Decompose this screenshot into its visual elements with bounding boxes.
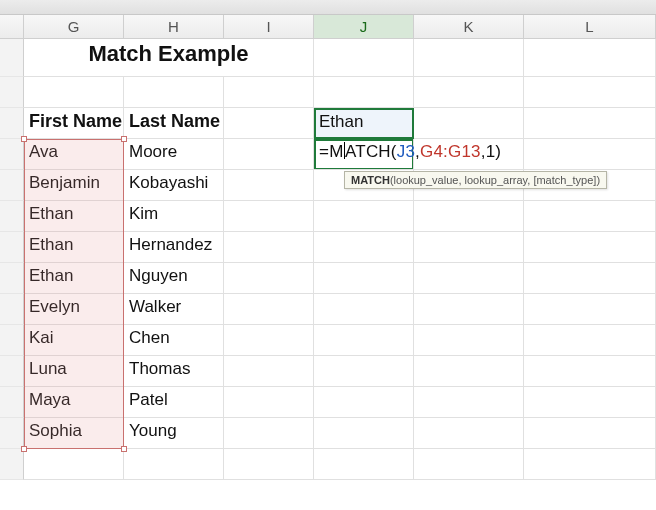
cell-L12[interactable] bbox=[524, 387, 656, 418]
cell-G5[interactable]: Benjamin bbox=[24, 170, 124, 201]
cell-I6[interactable] bbox=[224, 201, 314, 232]
cell-I9[interactable] bbox=[224, 294, 314, 325]
cell-I3[interactable] bbox=[224, 108, 314, 139]
cell-H4[interactable]: Moore bbox=[124, 139, 224, 170]
cell-J4-formula[interactable]: =MATCH(J3,G4:G13,1) bbox=[314, 139, 414, 170]
cell-G10[interactable]: Kai bbox=[24, 325, 124, 356]
row-header-4[interactable] bbox=[0, 139, 24, 170]
cell-J7[interactable] bbox=[314, 232, 414, 263]
cell-G6[interactable]: Ethan bbox=[24, 201, 124, 232]
cell-H9[interactable]: Walker bbox=[124, 294, 224, 325]
cell-J2[interactable] bbox=[314, 77, 414, 108]
cell-J14[interactable] bbox=[314, 449, 414, 480]
row-header-14[interactable] bbox=[0, 449, 24, 480]
cell-J6[interactable] bbox=[314, 201, 414, 232]
cell-L8[interactable] bbox=[524, 263, 656, 294]
cell-I5[interactable] bbox=[224, 170, 314, 201]
cell-L6[interactable] bbox=[524, 201, 656, 232]
cell-H13[interactable]: Young bbox=[124, 418, 224, 449]
row-header-6[interactable] bbox=[0, 201, 24, 232]
col-header-J[interactable]: J bbox=[314, 15, 414, 38]
cell-H6[interactable]: Kim bbox=[124, 201, 224, 232]
cell-K8[interactable] bbox=[414, 263, 524, 294]
cell-I4[interactable] bbox=[224, 139, 314, 170]
cell-K12[interactable] bbox=[414, 387, 524, 418]
cell-K3[interactable] bbox=[414, 108, 524, 139]
header-first-name[interactable]: First Name bbox=[24, 108, 124, 139]
cell-J8[interactable] bbox=[314, 263, 414, 294]
cell-G8[interactable]: Ethan bbox=[24, 263, 124, 294]
row-header-13[interactable] bbox=[0, 418, 24, 449]
cell-H10[interactable]: Chen bbox=[124, 325, 224, 356]
cell-I7[interactable] bbox=[224, 232, 314, 263]
cell-H12[interactable]: Patel bbox=[124, 387, 224, 418]
cell-I8[interactable] bbox=[224, 263, 314, 294]
col-header-I[interactable]: I bbox=[224, 15, 314, 38]
cell-I11[interactable] bbox=[224, 356, 314, 387]
col-header-L[interactable]: L bbox=[524, 15, 656, 38]
cell-G7[interactable]: Ethan bbox=[24, 232, 124, 263]
cell-K10[interactable] bbox=[414, 325, 524, 356]
row-header-2[interactable] bbox=[0, 77, 24, 108]
cell-K1[interactable] bbox=[414, 39, 524, 77]
cell-I2[interactable] bbox=[224, 77, 314, 108]
cell-K14[interactable] bbox=[414, 449, 524, 480]
cell-J11[interactable] bbox=[314, 356, 414, 387]
cell-K2[interactable] bbox=[414, 77, 524, 108]
cell-H5[interactable]: Kobayashi bbox=[124, 170, 224, 201]
cell-L9[interactable] bbox=[524, 294, 656, 325]
cell-G13[interactable]: Sophia bbox=[24, 418, 124, 449]
cell-J10[interactable] bbox=[314, 325, 414, 356]
col-header-K[interactable]: K bbox=[414, 15, 524, 38]
cell-J13[interactable] bbox=[314, 418, 414, 449]
spreadsheet-grid[interactable]: G H I J K L Match Example First Na bbox=[0, 15, 656, 510]
cell-I12[interactable] bbox=[224, 387, 314, 418]
cell-J3-lookup-value[interactable]: Ethan bbox=[314, 108, 414, 139]
cell-G2[interactable] bbox=[24, 77, 124, 108]
cell-L3[interactable] bbox=[524, 108, 656, 139]
select-all-corner[interactable] bbox=[0, 15, 24, 38]
row-header-3[interactable] bbox=[0, 108, 24, 139]
cell-K6[interactable] bbox=[414, 201, 524, 232]
cell-J9[interactable] bbox=[314, 294, 414, 325]
cell-H7[interactable]: Hernandez bbox=[124, 232, 224, 263]
formula-editor[interactable]: =MATCH(J3,G4:G13,1) bbox=[319, 142, 501, 161]
cell-H14[interactable] bbox=[124, 449, 224, 480]
cell-K11[interactable] bbox=[414, 356, 524, 387]
row-header-9[interactable] bbox=[0, 294, 24, 325]
cell-L4[interactable] bbox=[524, 139, 656, 170]
cell-L13[interactable] bbox=[524, 418, 656, 449]
row-header-7[interactable] bbox=[0, 232, 24, 263]
cell-H8[interactable]: Nguyen bbox=[124, 263, 224, 294]
cell-L11[interactable] bbox=[524, 356, 656, 387]
row-header-12[interactable] bbox=[0, 387, 24, 418]
cell-K7[interactable] bbox=[414, 232, 524, 263]
cell-K9[interactable] bbox=[414, 294, 524, 325]
title-cell[interactable]: Match Example bbox=[24, 39, 314, 77]
cell-G14[interactable] bbox=[24, 449, 124, 480]
cell-L14[interactable] bbox=[524, 449, 656, 480]
row-header-11[interactable] bbox=[0, 356, 24, 387]
cell-L2[interactable] bbox=[524, 77, 656, 108]
cell-L7[interactable] bbox=[524, 232, 656, 263]
cell-G9[interactable]: Evelyn bbox=[24, 294, 124, 325]
cell-L10[interactable] bbox=[524, 325, 656, 356]
cell-H2[interactable] bbox=[124, 77, 224, 108]
cell-I13[interactable] bbox=[224, 418, 314, 449]
col-header-G[interactable]: G bbox=[24, 15, 124, 38]
row-header-5[interactable] bbox=[0, 170, 24, 201]
row-header-8[interactable] bbox=[0, 263, 24, 294]
cell-G4[interactable]: Ava bbox=[24, 139, 124, 170]
cells-area[interactable]: Match Example First Name Last Name Ethan bbox=[0, 39, 656, 480]
cell-I10[interactable] bbox=[224, 325, 314, 356]
cell-J12[interactable] bbox=[314, 387, 414, 418]
row-header-10[interactable] bbox=[0, 325, 24, 356]
cell-G12[interactable]: Maya bbox=[24, 387, 124, 418]
col-header-H[interactable]: H bbox=[124, 15, 224, 38]
cell-G11[interactable]: Luna bbox=[24, 356, 124, 387]
cell-K13[interactable] bbox=[414, 418, 524, 449]
cell-I14[interactable] bbox=[224, 449, 314, 480]
header-last-name[interactable]: Last Name bbox=[124, 108, 224, 139]
row-header-1[interactable] bbox=[0, 39, 24, 77]
cell-H11[interactable]: Thomas bbox=[124, 356, 224, 387]
